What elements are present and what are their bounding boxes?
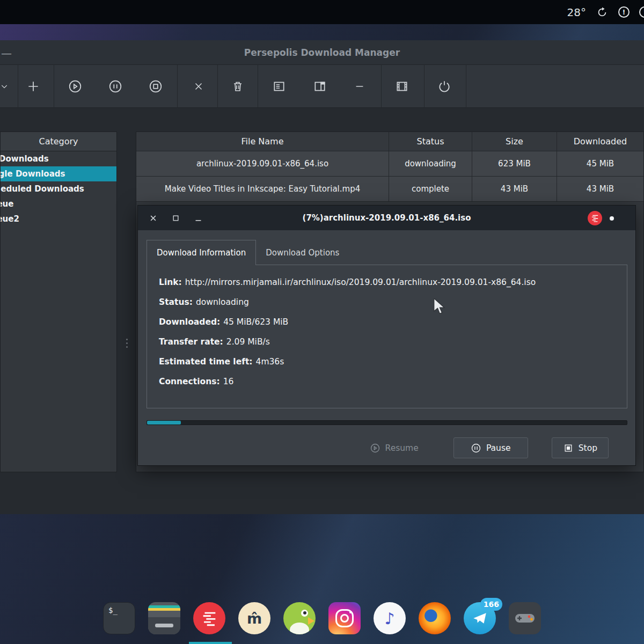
info-link: Link:http://mirrors.mirjamali.ir/archlin… [159,272,615,292]
refresh-icon[interactable] [596,6,609,19]
cell-downloaded: 43 MiB [557,177,643,201]
dialog-maximize-icon[interactable] [170,213,181,223]
dock-persepolis-icon[interactable] [193,602,225,634]
dialog-title: (7%)archlinux-2019.09.01-x86_64.iso [303,213,471,223]
trash-icon[interactable] [231,79,245,93]
dock-m-app-icon[interactable]: m̂ [238,602,270,634]
resume-button[interactable]: Resume [358,437,430,458]
info-transfer-rate: Transfer rate:2.09 MiB/s [159,332,615,352]
table-header-row: File Name Status Size Downloaded [136,132,643,151]
progress-fill [147,421,181,425]
dock-active-indicator [189,642,232,644]
sidebar-item-scheduled-downloads[interactable]: Scheduled Downloads [1,181,116,196]
pause-download-icon[interactable] [108,79,122,93]
dock-terminal-icon[interactable]: $_ [103,602,135,634]
cell-status: complete [389,177,472,201]
info-downloaded: Downloaded:45 MiB/623 MiB [159,312,615,332]
info-status: Status:downloading [159,292,615,312]
cell-file-name: Make Video Titles in Inkscape: Easy Tuto… [136,177,389,201]
window-minimize-button[interactable]: — [1,47,12,60]
download-progress-dialog: (7%)archlinux-2019.09.01-x86_64.iso Down… [137,205,636,466]
alert-circle-icon[interactable]: ! [618,6,630,18]
temperature-label: 28° [567,6,586,19]
pause-button[interactable]: Pause [453,437,528,458]
cell-size: 623 MiB [472,151,557,176]
category-header: Category [1,132,116,151]
video-finder-icon[interactable] [395,79,409,93]
tab-download-options[interactable]: Download Options [256,240,349,265]
telegram-badge: 166 [480,598,502,611]
info-estimated-time: Estimated time left:4m36s [159,352,615,371]
dock-game-center-icon[interactable] [509,602,541,634]
column-header-downloaded[interactable]: Downloaded [557,132,643,151]
column-header-status[interactable]: Status [389,132,472,151]
alert-circle-icon-cut[interactable]: ! [639,6,644,18]
dock-file-manager-icon[interactable] [148,602,180,634]
cell-size: 43 MiB [472,177,557,201]
dialog-close-icon[interactable] [148,213,158,223]
minimize-row-icon[interactable] [353,79,367,93]
tab-download-information[interactable]: Download Information [147,240,256,265]
sidebar-item-all-downloads[interactable]: All Downloads [1,151,116,166]
window-titlebar[interactable]: — Persepolis Download Manager [0,40,644,65]
dialog-tabs: Download Information Download Options [147,240,349,265]
stop-download-icon[interactable] [149,79,163,93]
shutdown-icon[interactable] [437,79,451,93]
table-row[interactable]: archlinux-2019.09.01-x86_64.iso download… [136,151,643,177]
mouse-cursor [433,298,447,317]
download-details-icon[interactable] [272,79,286,93]
stop-button[interactable]: Stop [552,437,609,458]
remove-download-icon[interactable] [192,79,206,93]
dock-instagram-icon[interactable] [328,602,361,634]
sidebar-item-single-downloads[interactable]: Single Downloads [1,166,116,181]
dialog-buttons: Resume Pause Stop [138,437,609,458]
window-title: Persepolis Download Manager [244,47,400,58]
download-info-box: Link:http://mirrors.mirjamali.ir/archlin… [147,265,627,408]
sidebar-item-queue2[interactable]: Queue2 [1,211,116,226]
dialog-minimize-icon[interactable] [193,213,203,223]
dock-bird-app-icon[interactable] [283,602,316,634]
toolbar [0,65,644,108]
resume-download-icon[interactable] [68,79,82,93]
category-sidebar: Category All Downloads Single Downloads … [0,131,117,472]
cell-file-name: archlinux-2019.09.01-x86_64.iso [136,151,389,176]
status-dot-icon [610,216,614,221]
add-download-icon[interactable] [26,79,40,93]
dialog-titlebar[interactable]: (7%)archlinux-2019.09.01-x86_64.iso [138,206,635,230]
dock-telegram-icon[interactable]: 166 [464,602,496,634]
new-window-icon[interactable] [313,79,327,93]
panel-splitter-handle[interactable] [125,336,128,350]
column-header-size[interactable]: Size [472,132,557,151]
sidebar-item-queue[interactable]: Queue [1,196,116,211]
info-connections: Connections:16 [159,371,615,391]
cell-status: downloading [389,151,472,176]
system-bar: 28° ! ! [0,0,644,24]
table-row[interactable]: Make Video Titles in Inkscape: Easy Tuto… [136,177,643,202]
download-progress-bar [147,420,627,425]
dock-firefox-icon[interactable] [419,602,451,634]
column-header-file-name[interactable]: File Name [136,132,389,151]
persepolis-logo-icon [588,211,602,225]
dock: $_ m̂ ♪ 166 [0,602,644,634]
dropdown-arrow-icon[interactable] [0,79,11,93]
cell-downloaded: 45 MiB [557,151,643,176]
dock-music-player-icon[interactable]: ♪ [374,602,406,634]
